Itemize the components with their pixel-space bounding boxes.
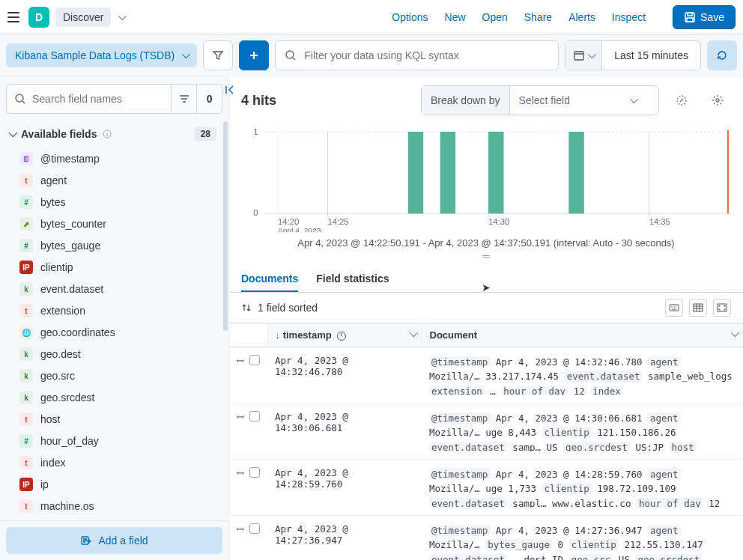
field-item[interactable]: 🌐geo.coordinates — [13, 322, 221, 343]
field-item[interactable]: kevent.dataset — [13, 279, 221, 299]
search-icon — [14, 93, 26, 105]
row-checkbox[interactable] — [249, 411, 260, 421]
chart-options-button[interactable] — [704, 87, 731, 114]
svg-text:14:35: 14:35 — [649, 217, 670, 226]
field-name: event.dataset — [40, 283, 103, 295]
add-filter-button[interactable] — [239, 40, 269, 70]
nav-toggle-icon[interactable] — [7, 12, 19, 22]
menu-options[interactable]: Options — [392, 11, 428, 23]
field-search-input[interactable] — [32, 93, 163, 105]
field-type-icon: k — [19, 369, 33, 383]
field-item[interactable]: kgeo.src — [13, 365, 221, 386]
main: 0 Available fields 28 🗓@timestamptagent#… — [0, 76, 743, 560]
sort-label[interactable]: 1 field sorted — [258, 302, 318, 314]
field-filter-button[interactable] — [171, 84, 196, 114]
resize-handle[interactable]: ═ — [241, 250, 731, 265]
field-item[interactable]: textension — [13, 300, 221, 321]
field-item[interactable]: IPclientip — [13, 257, 221, 278]
field-item[interactable]: #hour_of_day — [13, 430, 221, 451]
expand-row-button[interactable]: ⤢ — [234, 522, 247, 535]
field-name: geo.src — [40, 370, 75, 382]
field-item[interactable]: kgeo.dest — [13, 344, 221, 365]
histogram-chart[interactable]: 1 0 14:20 April 4, 2023 — [241, 124, 731, 233]
chevron-down-icon — [630, 95, 638, 103]
scrollbar[interactable] — [223, 121, 228, 331]
document-cell: @timestamp Apr 4, 2023 @ 14:28:59.760 ag… — [429, 467, 736, 508]
breakdown-select[interactable]: Select field — [510, 94, 658, 106]
expand-row-button[interactable]: ⤢ — [234, 353, 247, 367]
dataview-selector[interactable]: Kibana Sample Data Logs (TSDB) — [6, 43, 197, 67]
menu-inspect[interactable]: Inspect — [612, 11, 646, 23]
row-checkbox[interactable] — [249, 523, 260, 534]
info-icon[interactable] — [103, 130, 112, 139]
field-type-icon: # — [19, 195, 33, 209]
expand-row-button[interactable]: ⤢ — [234, 466, 247, 479]
chart-area: 1 0 14:20 April 4, 2023 — [229, 124, 743, 265]
chevron-down-icon[interactable] — [118, 11, 127, 19]
field-item[interactable]: tagent — [13, 170, 221, 191]
menu-open[interactable]: Open — [482, 11, 508, 23]
menu-alerts[interactable]: Alerts — [568, 11, 595, 23]
field-item[interactable]: 🗓@timestamp — [13, 148, 221, 169]
svg-point-5 — [16, 94, 23, 102]
sidebar: 0 Available fields 28 🗓@timestamptagent#… — [0, 76, 229, 560]
chevron-down-icon[interactable] — [409, 329, 417, 337]
gear-icon — [712, 94, 724, 106]
row-checkbox[interactable] — [249, 355, 260, 365]
field-search[interactable] — [6, 84, 171, 114]
field-item[interactable]: tmachine.os — [13, 496, 221, 517]
menu-new[interactable]: New — [445, 11, 466, 23]
breadcrumb[interactable]: Discover — [55, 7, 111, 27]
date-picker[interactable]: Last 15 minutes — [565, 40, 701, 70]
app-logo[interactable]: D — [28, 7, 49, 28]
field-name: geo.coordinates — [40, 326, 115, 338]
field-item[interactable]: tindex — [13, 452, 221, 473]
quick-select-button[interactable] — [565, 41, 602, 70]
field-name: geo.srcdest — [40, 392, 94, 404]
field-item[interactable]: thost — [13, 409, 221, 430]
field-type-icon: 🗓 — [19, 152, 33, 165]
table-row: ⤢ Apr 4, 2023 @ 14:30:06.681 @timestamp … — [229, 404, 743, 460]
document-cell: @timestamp Apr 4, 2023 @ 14:32:46.780 ag… — [429, 355, 736, 395]
save-button[interactable]: Save — [673, 5, 736, 29]
chevron-down-icon — [9, 129, 17, 137]
field-name: hour_of_day — [40, 435, 99, 447]
document-column-header[interactable]: Document — [422, 323, 743, 347]
breakdown-selector[interactable]: Break down by Select field — [421, 85, 659, 115]
filter-icon — [178, 93, 190, 105]
table-row: ⤢ Apr 4, 2023 @ 14:28:59.760 @timestamp … — [229, 460, 743, 516]
svg-rect-21 — [568, 132, 583, 213]
grid-toolbar: 1 field sorted — [229, 293, 743, 323]
field-item[interactable]: #bytes — [13, 192, 221, 213]
svg-rect-19 — [440, 132, 455, 213]
search-icon — [285, 49, 297, 61]
refresh-icon — [716, 49, 728, 61]
field-name: bytes_gauge — [40, 240, 100, 252]
chevron-down-icon[interactable] — [731, 329, 739, 337]
expand-row-button[interactable]: ⤢ — [234, 410, 247, 423]
time-range-label[interactable]: Last 15 minutes — [602, 49, 700, 61]
row-checkbox[interactable] — [249, 467, 260, 478]
kql-input[interactable] — [304, 49, 549, 61]
add-field-button[interactable]: Add a field — [6, 527, 222, 554]
kql-search[interactable] — [275, 40, 559, 70]
field-item[interactable]: IPip — [13, 474, 221, 495]
keyboard-shortcuts-button[interactable] — [665, 299, 683, 317]
filter-button[interactable] — [203, 40, 233, 70]
field-item[interactable]: ⬈bytes_counter — [13, 213, 221, 234]
refresh-button[interactable] — [707, 40, 737, 70]
menu-share[interactable]: Share — [524, 11, 552, 23]
available-fields-header[interactable]: Available fields 28 — [0, 121, 228, 147]
fullscreen-button[interactable] — [713, 299, 731, 317]
available-fields-count: 28 — [195, 127, 216, 141]
timestamp-column-header[interactable]: ↓ timestamp — [267, 323, 422, 347]
chart-edit-button[interactable] — [668, 87, 695, 114]
field-name: host — [40, 413, 60, 425]
field-item[interactable]: #bytes_gauge — [13, 235, 221, 256]
tab-documents[interactable]: Documents — [241, 265, 298, 292]
display-options-button[interactable] — [689, 299, 707, 317]
svg-point-3 — [286, 51, 294, 58]
tab-field-statistics[interactable]: Field statistics — [316, 265, 389, 292]
field-item[interactable]: kgeo.srcdest — [13, 387, 221, 408]
data-grid: ↓ timestamp Document ⤢ Apr 4, 2023 @ 14:… — [229, 323, 743, 560]
